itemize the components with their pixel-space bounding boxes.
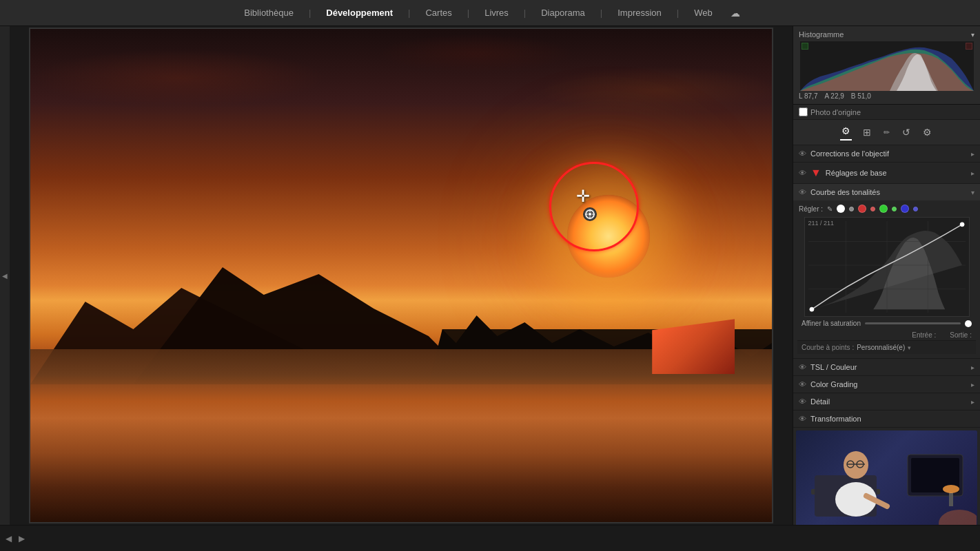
section-courbe-tonalites: 👁 Courbe des tonalités ▾ Régler : ✎ (793, 184, 980, 359)
histogram-labels: L 87,7 A 22,9 B 51,0 (796, 91, 977, 101)
cloud-icon: ☁ (731, 8, 740, 19)
channel-white-small-dot (849, 207, 854, 211)
section-color-grading-header[interactable]: 👁 Color Grading ▸ (793, 376, 980, 393)
section-reglages-eye-icon[interactable]: 👁 (799, 169, 806, 177)
curve-svg (805, 218, 969, 316)
histogram-collapse-icon[interactable]: ▾ (971, 31, 974, 39)
section-transformation-title: Transformation (810, 415, 861, 423)
section-reglages-base: 👁 ▼ Réglages de base ▸ (793, 163, 980, 184)
adjustments-tool-icon[interactable]: ⚙ (840, 124, 852, 138)
svg-point-30 (939, 510, 977, 525)
nav-item-developpement[interactable]: Développement (322, 5, 397, 21)
section-corrections-objectif-header[interactable]: 👁 Corrections de l'objectif ▸ (793, 145, 980, 162)
section-tsl-couleur: 👁 TSL / Couleur ▸ (793, 359, 980, 376)
curve-value-label: 211 / 211 (808, 220, 835, 227)
svg-point-16 (960, 222, 964, 227)
nav-item-cartes[interactable]: Cartes (421, 5, 456, 21)
section-reglages-base-header[interactable]: 👁 ▼ Réglages de base ▸ (793, 163, 980, 183)
histogram-warning-left[interactable] (802, 43, 808, 50)
section-detail-arrow-icon: ▸ (971, 398, 974, 406)
photo-area: ✛ (10, 26, 793, 525)
section-detail-eye-icon[interactable]: 👁 (799, 397, 806, 406)
right-panel: Histogramme ▾ (793, 26, 980, 525)
section-tsl-title: TSL / Couleur (810, 363, 857, 371)
photo-origine-checkbox[interactable] (799, 107, 808, 116)
histogram-l-label: L 87,7 (799, 92, 817, 100)
nav-separator-3: | (467, 8, 469, 18)
affiner-slider[interactable] (865, 322, 961, 324)
section-transformation-eye-icon[interactable]: 👁 (799, 415, 806, 423)
nav-item-web[interactable]: Web (690, 5, 717, 21)
video-thumbnail (796, 430, 977, 525)
section-color-grading-eye-icon[interactable]: 👁 (799, 380, 806, 388)
crop-tool-icon[interactable]: ⊞ (861, 125, 872, 139)
section-corrections-title: Corrections de l'objectif (810, 149, 889, 158)
regler-row: Régler : ✎ (797, 205, 976, 213)
curve-edit-icon[interactable]: ✎ (827, 205, 833, 213)
section-tsl-left: 👁 TSL / Couleur (799, 363, 857, 371)
channel-red-small-dot (870, 207, 875, 211)
video-inner (796, 430, 977, 525)
top-navigation: Bibliothèque | Développement | Cartes | … (0, 0, 980, 26)
nav-item-bibliotheque[interactable]: Bibliothèque (240, 5, 298, 21)
nav-item-diaporama[interactable]: Diaporama (537, 5, 589, 21)
section-courbe-tonalites-header[interactable]: 👁 Courbe des tonalités ▾ (793, 184, 980, 200)
nav-separator-4: | (524, 8, 526, 18)
water-reflection (30, 349, 772, 522)
photo-background: ✛ (30, 29, 772, 522)
histogram-section: Histogramme ▾ (793, 26, 980, 105)
histogram-canvas (800, 41, 974, 91)
healing-tool-icon[interactable]: ✏ (882, 127, 891, 138)
courbe-points-row: Courbe à points : Personnalisé(e) ▾ (797, 340, 976, 354)
histogram-title: Histogramme (799, 30, 844, 39)
section-tsl-eye-icon[interactable]: 👁 (799, 363, 806, 371)
main-area: ◀ (0, 26, 980, 525)
section-transformation-header[interactable]: 👁 Transformation (793, 410, 980, 427)
section-courbe-arrow-icon: ▾ (971, 189, 974, 196)
section-tsl-arrow-icon: ▸ (971, 364, 974, 371)
filmstrip-right-arrow-icon[interactable]: ▶ (16, 534, 28, 543)
left-panel-collapse[interactable]: ◀ (0, 26, 10, 525)
section-detail-header[interactable]: 👁 Détail ▸ (793, 393, 980, 410)
section-detail: 👁 Détail ▸ (793, 393, 980, 410)
section-tsl-couleur-header[interactable]: 👁 TSL / Couleur ▸ (793, 359, 980, 375)
redeye-tool-icon[interactable]: ↺ (901, 125, 912, 139)
nav-separator-5: | (600, 8, 602, 18)
histogram-warning-right[interactable] (966, 43, 972, 50)
section-courbe-eye-icon[interactable]: 👁 (799, 188, 806, 196)
filmstrip-left-arrow-icon[interactable]: ◀ (3, 534, 14, 543)
tools-row: ⚙ ⊞ ✏ ↺ ⚙ (793, 120, 980, 145)
photo-container: ✛ (29, 28, 773, 523)
channel-red-dot[interactable] (858, 205, 866, 213)
histogram-header: Histogramme ▾ (796, 29, 977, 40)
channel-white-dot[interactable] (837, 205, 845, 213)
svg-point-17 (809, 307, 813, 311)
section-courbe-left: 👁 Courbe des tonalités (799, 188, 880, 196)
nav-separator-2: | (408, 8, 410, 18)
section-corrections-eye-icon[interactable]: 👁 (799, 149, 806, 158)
affiner-handle[interactable] (965, 320, 972, 327)
section-color-grading-left: 👁 Color Grading (799, 380, 857, 388)
section-reglages-arrow-icon: ▸ (971, 169, 974, 177)
svg-point-29 (943, 485, 959, 493)
photo-origine-label: Photo d'origine (810, 108, 861, 116)
gradient-tool-icon[interactable]: ⚙ (921, 125, 933, 139)
entree-label: Entrée : (912, 331, 936, 339)
nav-item-livres[interactable]: Livres (480, 5, 513, 21)
courbe-points-arrow-icon[interactable]: ▾ (908, 344, 911, 351)
curve-display[interactable]: 211 / 211 (804, 217, 970, 317)
section-reglages-red-arrow-icon: ▼ (810, 167, 821, 179)
entree-sortie-row: Entrée : Sortie : (797, 330, 976, 340)
nav-item-impression[interactable]: Impression (613, 5, 666, 21)
target-icon (583, 207, 597, 221)
courbe-points-value[interactable]: Personnalisé(e) (857, 344, 905, 351)
sortie-label: Sortie : (950, 331, 972, 339)
section-detail-title: Détail (810, 397, 830, 406)
histogram-svg (800, 41, 974, 91)
channel-blue-dot[interactable] (901, 205, 909, 213)
section-transformation: 👁 Transformation (793, 410, 980, 428)
histogram-b-label: B 51,0 (851, 92, 871, 100)
channel-green-dot[interactable] (879, 205, 888, 213)
person-svg (797, 434, 977, 525)
tone-curve-content: Régler : ✎ 211 / 211 (793, 200, 980, 358)
